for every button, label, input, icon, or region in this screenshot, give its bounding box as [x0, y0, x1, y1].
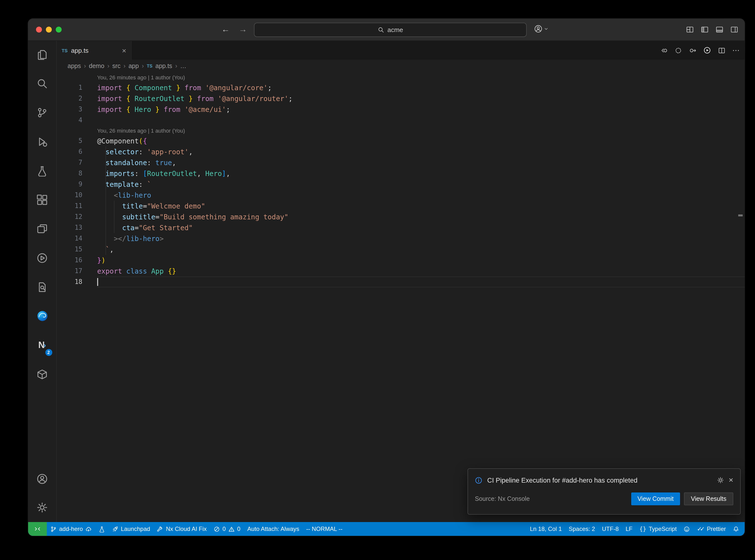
code-line-content[interactable]: `, [97, 244, 744, 255]
testing-icon[interactable] [30, 159, 54, 182]
code-line-content[interactable]: }) [97, 255, 744, 266]
prettier-item[interactable]: ✓✓ Prettier [693, 522, 729, 536]
code-line[interactable]: 1import { Component } from '@angular/cor… [57, 82, 744, 93]
close-tab-button[interactable]: × [122, 46, 126, 55]
language-mode-item[interactable]: {} TypeScript [636, 522, 680, 536]
code-line-content[interactable]: @Component({ [97, 136, 744, 146]
line-number[interactable]: 1 [57, 82, 97, 93]
remote-indicator[interactable] [28, 522, 47, 536]
auto-attach-item[interactable]: Auto Attach: Always [244, 522, 303, 536]
line-number[interactable]: 16 [57, 255, 97, 266]
navigate-forward-button[interactable]: → [239, 25, 247, 35]
line-number[interactable]: 6 [57, 146, 97, 157]
breadcrumb-item[interactable]: demo [89, 63, 104, 69]
code-line-content[interactable] [97, 277, 744, 287]
minimize-window-button[interactable] [46, 27, 52, 33]
line-number[interactable]: 2 [57, 93, 97, 104]
line-number[interactable]: 7 [57, 157, 97, 168]
customize-layout-button[interactable] [686, 26, 694, 34]
code-line-content[interactable]: ></lib-hero> [97, 233, 744, 244]
zoom-window-button[interactable] [56, 27, 62, 33]
accounts-icon[interactable] [30, 467, 54, 491]
tab-app-ts[interactable]: TS app.ts × [57, 41, 132, 60]
line-number[interactable]: 18 [57, 277, 97, 287]
line-number[interactable]: 10 [57, 190, 97, 201]
code-line-content[interactable]: export class App {} [97, 266, 744, 277]
code-line-content[interactable] [97, 115, 744, 126]
line-number[interactable]: 17 [57, 266, 97, 277]
breadcrumb-item[interactable]: app [128, 63, 139, 69]
dashed-circle-button[interactable] [675, 46, 682, 54]
account-button[interactable] [534, 25, 549, 33]
toggle-secondary-sidebar-button[interactable] [730, 26, 738, 34]
run-debug-icon[interactable] [30, 129, 54, 153]
vim-mode-item[interactable]: -- NORMAL -- [303, 522, 346, 536]
toggle-panel-button[interactable] [716, 26, 723, 34]
file-search-icon[interactable] [30, 275, 54, 299]
search-icon[interactable] [30, 72, 54, 95]
code-line-content[interactable]: standalone: true, [97, 157, 744, 168]
source-control-icon[interactable] [30, 101, 54, 124]
code-line[interactable]: 18 [57, 277, 744, 287]
breadcrumb-item[interactable]: src [112, 63, 120, 69]
explorer-icon[interactable] [30, 42, 54, 66]
code-line[interactable]: 16}) [57, 255, 744, 266]
git-branch-item[interactable]: add-hero [47, 522, 95, 536]
code-line[interactable]: 17export class App {} [57, 266, 744, 277]
line-number[interactable]: 9 [57, 179, 97, 190]
code-line[interactable]: 14 ></lib-hero> [57, 233, 744, 244]
line-number[interactable]: 14 [57, 233, 97, 244]
previous-change-button[interactable] [660, 46, 668, 54]
navigate-back-button[interactable]: ← [221, 25, 230, 35]
notification-settings-gear-icon[interactable] [717, 477, 724, 484]
code-line-content[interactable]: template: ` [97, 179, 744, 190]
code-line-content[interactable]: cta="Get Started" [97, 222, 744, 233]
view-commit-button[interactable]: View Commit [631, 493, 680, 505]
code-line[interactable]: 12 subtitle="Build something amazing tod… [57, 212, 744, 222]
line-number[interactable]: 15 [57, 244, 97, 255]
test-status-item[interactable] [95, 522, 108, 536]
problems-item[interactable]: 0 0 [210, 522, 244, 536]
code-line[interactable]: 9 template: ` [57, 179, 744, 190]
eol-item[interactable]: LF [622, 522, 636, 536]
code-line-content[interactable]: import { RouterOutlet } from '@angular/r… [97, 93, 744, 104]
breadcrumb-item[interactable]: app.ts [155, 63, 172, 69]
notifications-item[interactable] [729, 522, 744, 536]
toggle-primary-sidebar-button[interactable] [701, 26, 709, 34]
code-line-content[interactable]: <lib-hero [97, 190, 744, 201]
encoding-item[interactable]: UTF-8 [598, 522, 622, 536]
code-line[interactable]: 5@Component({ [57, 136, 744, 146]
code-line[interactable]: 2import { RouterOutlet } from '@angular/… [57, 93, 744, 104]
code-line-content[interactable]: import { Component } from '@angular/core… [97, 82, 744, 93]
code-line[interactable]: 11 title="Welcmoe demo" [57, 201, 744, 212]
edge-browser-icon[interactable] [30, 304, 54, 328]
code-editor[interactable]: You, 26 minutes ago | 1 author (You)1imp… [57, 73, 744, 522]
view-results-button[interactable]: View Results [684, 493, 733, 505]
line-number[interactable]: 5 [57, 136, 97, 146]
launchpad-item[interactable]: Launchpad [108, 522, 154, 536]
extensions-icon[interactable] [30, 188, 54, 212]
code-line-content[interactable]: subtitle="Build something amazing today" [97, 212, 744, 222]
command-center-search[interactable]: acme [254, 23, 527, 37]
code-line[interactable]: 8 imports: [RouterOutlet, Hero], [57, 168, 744, 179]
next-change-button[interactable] [689, 46, 696, 54]
more-actions-button[interactable]: ⋯ [732, 46, 740, 55]
nx-console-icon[interactable]: N› 2 [30, 333, 54, 357]
breadcrumb-item[interactable]: … [180, 63, 186, 69]
nx-cloud-fix-item[interactable]: Nx Cloud AI Fix [154, 522, 210, 536]
code-line-content[interactable]: title="Welcmoe demo" [97, 201, 744, 212]
code-line[interactable]: 6 selector: 'app-root', [57, 146, 744, 157]
close-window-button[interactable] [36, 27, 42, 33]
code-line-content[interactable]: imports: [RouterOutlet, Hero], [97, 168, 744, 179]
line-number[interactable]: 3 [57, 104, 97, 115]
line-number[interactable]: 11 [57, 201, 97, 212]
indentation-item[interactable]: Spaces: 2 [565, 522, 599, 536]
code-line-content[interactable]: selector: 'app-root', [97, 146, 744, 157]
package-icon[interactable] [30, 362, 54, 386]
cursor-position-item[interactable]: Ln 18, Col 1 [526, 522, 565, 536]
code-line[interactable]: 7 standalone: true, [57, 157, 744, 168]
run-target-icon[interactable] [30, 246, 54, 269]
code-line[interactable]: 3import { Hero } from '@acme/ui'; [57, 104, 744, 115]
remote-windows-icon[interactable] [30, 217, 54, 241]
code-line[interactable]: 4 [57, 115, 744, 126]
